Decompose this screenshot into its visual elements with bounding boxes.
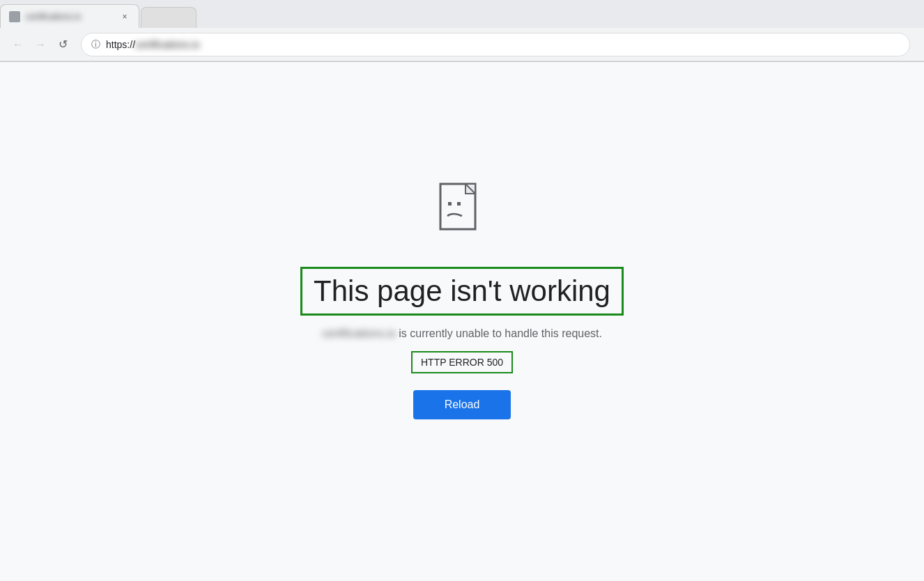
http-error-code: HTTP ERROR 500 — [411, 351, 513, 373]
forward-button[interactable]: → — [31, 35, 50, 54]
back-button[interactable]: ← — [8, 35, 28, 54]
error-subtext: certifications.io is currently unable to… — [322, 327, 602, 340]
active-tab[interactable]: certifications.io × — [0, 4, 139, 28]
tab-close-button[interactable]: × — [119, 11, 130, 22]
svg-rect-2 — [448, 202, 452, 206]
error-icon-container — [438, 183, 486, 241]
error-subtext-suffix: is currently unable to handle this reque… — [396, 327, 602, 339]
address-domain: certifications.io — [135, 39, 200, 50]
error-domain: certifications.io — [322, 327, 396, 339]
svg-rect-3 — [457, 202, 461, 206]
error-page: This page isn't working certifications.i… — [0, 62, 924, 581]
address-bar-row: ← → ↺ ⓘ https://certifications.io — [0, 28, 924, 61]
sad-page-icon — [438, 183, 486, 238]
tab-favicon — [9, 11, 20, 22]
error-heading: This page isn't working — [302, 269, 622, 313]
tab-title: certifications.io — [26, 12, 115, 22]
tab-bar: certifications.io × — [0, 0, 924, 28]
address-bar[interactable]: ⓘ https://certifications.io — [81, 33, 910, 56]
inactive-tab[interactable] — [141, 7, 197, 28]
reload-button[interactable]: Reload — [413, 390, 511, 419]
lock-icon: ⓘ — [91, 38, 100, 51]
browser-chrome: certifications.io × ← → ↺ ⓘ https://cert… — [0, 0, 924, 62]
address-protocol: https:// — [106, 39, 135, 50]
reload-nav-button[interactable]: ↺ — [53, 35, 72, 54]
